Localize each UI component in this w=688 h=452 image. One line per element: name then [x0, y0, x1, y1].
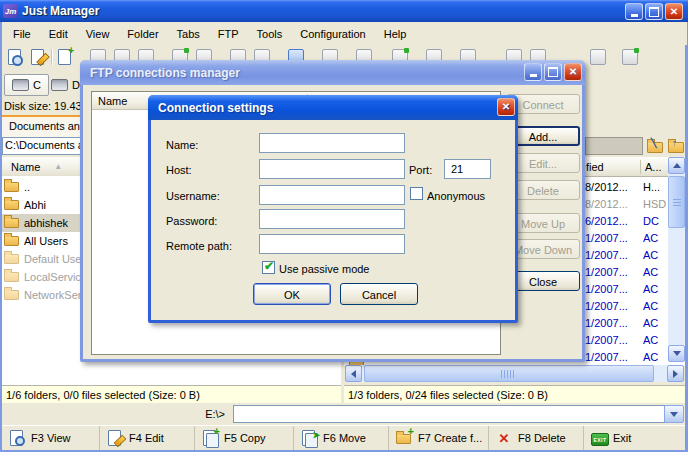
port-field[interactable] — [444, 159, 491, 179]
command-line-input[interactable] — [233, 405, 665, 423]
left-path-input[interactable] — [3, 138, 83, 151]
menu-file[interactable]: File — [4, 24, 40, 44]
f8-delete-button[interactable]: ✕ F8 Delete — [489, 426, 584, 450]
settings-dialog-title: Connection settings — [158, 101, 273, 115]
new-folder-icon: + — [396, 430, 412, 446]
vertical-scrollbar-thumb[interactable] — [668, 176, 685, 228]
table-row[interactable]: 8/2012...HSD — [585, 196, 669, 212]
left-path-bar[interactable] — [2, 137, 83, 155]
passive-mode-checkbox[interactable]: ✔ — [262, 261, 275, 274]
password-field[interactable] — [259, 209, 405, 229]
scroll-up-button[interactable] — [668, 157, 685, 174]
scroll-right-button[interactable] — [667, 365, 684, 382]
right-path-bar[interactable] — [585, 137, 643, 155]
table-row[interactable]: 1/2007...AC — [585, 264, 669, 280]
column-divider — [640, 160, 641, 174]
left-status-bar: 1/6 folders, 0/0 files selected (Size: 0… — [2, 385, 341, 403]
right-status-bar: 1/3 folders, 0/24 files selected (Size: … — [344, 385, 685, 403]
menu-help[interactable]: Help — [375, 24, 416, 44]
minimize-icon — [530, 74, 537, 77]
command-line-row: E:\> — [2, 403, 685, 425]
copy-icon[interactable]: + — [58, 49, 71, 65]
close-button[interactable]: ✕ — [665, 3, 683, 20]
menu-ftp[interactable]: FTP — [209, 24, 248, 44]
table-row[interactable]: 1/2007...AC — [585, 298, 669, 314]
username-field[interactable] — [259, 185, 405, 205]
menu-folder[interactable]: Folder — [118, 24, 167, 44]
maximize-button[interactable] — [645, 3, 663, 20]
f4-edit-button[interactable]: F4 Edit — [100, 426, 195, 450]
right-columns-header[interactable]: fied A... — [585, 157, 669, 177]
list-item[interactable]: NetworkSer — [2, 286, 82, 304]
list-item[interactable]: .. — [2, 178, 82, 196]
minimize-button[interactable] — [625, 3, 643, 20]
anonymous-label: Anonymous — [427, 190, 485, 202]
f3-view-button[interactable]: F3 View — [2, 426, 100, 450]
menu-tabs[interactable]: Tabs — [168, 24, 209, 44]
name-field[interactable] — [259, 133, 405, 153]
toolbar-icon[interactable] — [622, 49, 638, 65]
ftp-close-button[interactable]: ✕ — [564, 63, 582, 81]
scroll-down-button[interactable] — [668, 345, 685, 362]
list-item[interactable]: All Users — [2, 232, 82, 250]
close-icon: ✕ — [670, 7, 678, 17]
f6-move-button[interactable]: ➤ F6 Move — [294, 426, 389, 450]
attr-header-label: A... — [645, 161, 662, 173]
table-row[interactable]: 8/2012...H... — [585, 179, 669, 195]
anonymous-checkbox[interactable] — [410, 187, 423, 200]
command-history-dropdown-button[interactable] — [664, 405, 684, 423]
ftp-maximize-button[interactable] — [544, 63, 562, 81]
menu-view[interactable]: View — [77, 24, 119, 44]
name-label: Name: — [166, 139, 198, 151]
go-up-button[interactable]: ↑ — [667, 138, 685, 154]
main-titlebar: Jm Just Manager ✕ — [0, 0, 688, 22]
host-field[interactable] — [259, 159, 405, 179]
remote-path-field[interactable] — [259, 234, 405, 254]
folder-icon — [4, 272, 19, 282]
edit-icon[interactable] — [31, 49, 44, 65]
scroll-left-button[interactable] — [345, 365, 362, 382]
drive-icon — [51, 79, 68, 91]
name-header-label: Name — [2, 161, 40, 173]
table-row[interactable]: 6/2012...DC — [585, 213, 669, 229]
toolbar-icon[interactable] — [590, 49, 606, 65]
edit-icon — [107, 430, 123, 446]
copy-icon: + — [202, 430, 218, 446]
exit-button[interactable]: EXIT Exit — [584, 426, 685, 450]
list-item-selected[interactable]: abhishek — [2, 214, 82, 232]
list-item[interactable]: LocalServic — [2, 268, 82, 286]
f7-create-folder-button[interactable]: + F7 Create f... — [389, 426, 489, 450]
ftp-minimize-button[interactable] — [524, 63, 542, 81]
go-to-root-button[interactable]: ╲ — [646, 138, 664, 154]
table-row[interactable]: 1/2007...AC — [585, 281, 669, 297]
list-item[interactable]: Default Use — [2, 250, 82, 268]
username-label: Username: — [166, 190, 220, 202]
table-row[interactable]: 1/2007...AC — [585, 349, 669, 365]
list-item[interactable]: Abhi — [2, 196, 82, 214]
cancel-button[interactable]: Cancel — [340, 283, 418, 305]
view-icon — [9, 430, 25, 446]
f5-copy-button[interactable]: + F5 Copy — [195, 426, 294, 450]
connection-settings-dialog: Connection settings ✕ Name: Host: Port: … — [148, 95, 518, 323]
arrow-left-icon — [351, 370, 356, 378]
exit-icon: EXIT — [591, 430, 607, 446]
menu-edit[interactable]: Edit — [40, 24, 77, 44]
tab-documents-and-settings[interactable]: Documents and — [2, 115, 84, 137]
table-row[interactable]: 1/2007...AC — [585, 247, 669, 263]
horizontal-scrollbar-thumb[interactable] — [364, 365, 654, 382]
left-name-column-header[interactable]: Name ▲ — [2, 157, 83, 177]
view-icon[interactable] — [8, 49, 21, 65]
settings-close-button[interactable]: ✕ — [497, 98, 515, 116]
table-row[interactable]: 1/2007...AC — [585, 332, 669, 348]
password-label: Password: — [166, 215, 217, 227]
menu-tools[interactable]: Tools — [248, 24, 292, 44]
delete-icon: ✕ — [496, 430, 512, 446]
sort-ascending-icon: ▲ — [54, 162, 62, 171]
ok-button[interactable]: OK — [253, 283, 331, 305]
table-row[interactable]: 1/2007...AC — [585, 230, 669, 246]
remote-path-label: Remote path: — [166, 240, 232, 252]
menu-configuration[interactable]: Configuration — [291, 24, 374, 44]
drive-c-button[interactable]: C — [4, 74, 49, 96]
table-row[interactable]: 1/2007...AC — [585, 315, 669, 331]
drive-icon — [12, 79, 29, 91]
